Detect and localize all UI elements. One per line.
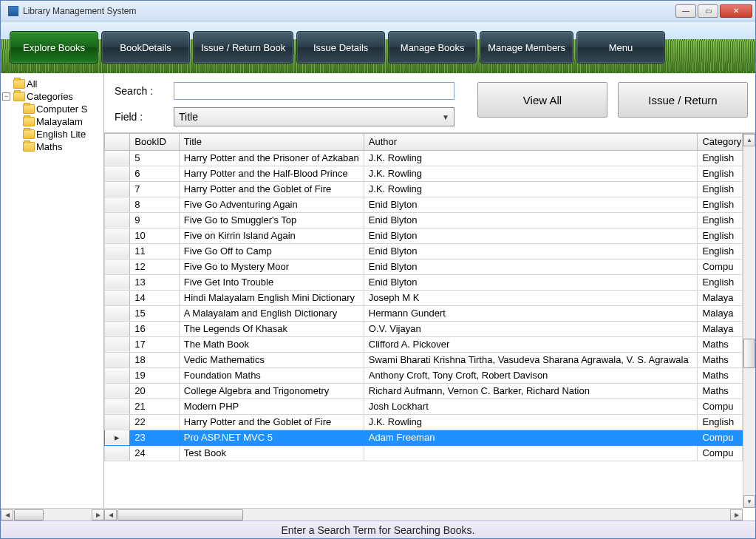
search-panel: Search : Field : Title ▼ View All Issue … <box>104 73 755 133</box>
scroll-thumb[interactable] <box>743 339 755 368</box>
table-row[interactable]: 18Vedic MathematicsSwami Bharati Krishna… <box>105 352 743 367</box>
cell-title: Five Go Off to Camp <box>179 243 364 259</box>
cell-bookid: 6 <box>130 166 180 181</box>
scroll-right-icon[interactable]: ▶ <box>730 509 743 521</box>
collapse-icon[interactable]: – <box>2 92 10 101</box>
cell-bookid: 18 <box>130 352 180 367</box>
cell-title: A Malayalam and English Dictionary <box>179 305 364 321</box>
tree-item[interactable]: English Lite <box>2 128 102 140</box>
cell-category: Maths <box>698 367 743 383</box>
table-row[interactable]: 19Foundation MathsAnthony Croft, Tony Cr… <box>105 367 743 383</box>
tree-item[interactable]: Malayalam <box>2 115 102 128</box>
scroll-right-icon[interactable]: ▶ <box>92 509 104 521</box>
cell-bookid: 14 <box>130 290 180 305</box>
row-header-column <box>105 134 130 150</box>
app-icon <box>8 6 18 16</box>
cell-author: Enid Blyton <box>364 212 698 228</box>
table-row[interactable]: 24Test BookCompu <box>105 445 743 461</box>
tree-item[interactable]: Maths <box>2 140 102 153</box>
cell-title: The Math Book <box>179 336 364 352</box>
nav-menu[interactable]: Menu <box>576 31 665 64</box>
cell-author: Enid Blyton <box>364 274 698 290</box>
cell-category: Compu <box>698 399 743 414</box>
cell-bookid: 16 <box>130 321 180 336</box>
status-bar: Enter a Search Term for Searching Books. <box>1 521 755 538</box>
cell-title: Vedic Mathematics <box>179 352 364 367</box>
cell-category: Compu <box>698 430 743 445</box>
tree-item-categories[interactable]: – Categories <box>2 90 102 103</box>
table-row[interactable]: 16The Legends Of KhasakO.V. VijayanMalay… <box>105 321 743 336</box>
cell-bookid: 15 <box>130 305 180 321</box>
tree-item[interactable]: Computer S <box>2 103 102 115</box>
nav-manage-books[interactable]: Manage Books <box>388 31 477 64</box>
cell-category: English <box>698 197 743 212</box>
cell-author: Enid Blyton <box>364 197 698 212</box>
cell-author: Richard Aufmann, Vernon C. Barker, Richa… <box>364 383 698 399</box>
row-header <box>105 197 130 212</box>
search-input[interactable] <box>174 82 454 100</box>
field-label: Field : <box>115 111 174 123</box>
scroll-left-icon[interactable]: ◀ <box>1 509 13 521</box>
status-text: Enter a Search Term for Searching Books. <box>282 524 475 536</box>
folder-icon <box>23 129 35 139</box>
nav-issue-return-book[interactable]: Issue / Return Book <box>193 31 293 64</box>
nav-manage-members[interactable]: Manage Members <box>480 31 573 64</box>
table-row[interactable]: 11Five Go Off to CampEnid BlytonEnglish <box>105 243 743 259</box>
row-header <box>105 352 130 367</box>
cell-category: Maths <box>698 383 743 399</box>
cell-bookid: 13 <box>130 274 180 290</box>
close-button[interactable]: ✕ <box>720 4 752 18</box>
cell-bookid: 9 <box>130 212 180 228</box>
row-header <box>105 321 130 336</box>
table-row[interactable]: 7Harry Potter and the Goblet of FireJ.K.… <box>105 181 743 197</box>
column-header[interactable]: Category <box>698 134 743 150</box>
row-header <box>105 228 130 243</box>
table-row[interactable]: 20College Algebra and TrigonometryRichar… <box>105 383 743 399</box>
table-row[interactable]: 12Five Go to Mystery MoorEnid BlytonComp… <box>105 259 743 274</box>
scroll-up-icon[interactable]: ▲ <box>743 134 755 146</box>
cell-title: Harry Potter and the Prisoner of Azkaban <box>179 150 364 166</box>
nav-issue-details[interactable]: Issue Details <box>296 31 385 64</box>
scroll-thumb[interactable] <box>14 509 44 521</box>
cell-bookid: 24 <box>130 445 180 461</box>
nav-bookdetails[interactable]: BookDetails <box>101 31 190 64</box>
table-row[interactable]: 8Five Go Adventuring AgainEnid BlytonEng… <box>105 197 743 212</box>
table-row[interactable]: 10Five on Kirrin Island AgainEnid Blyton… <box>105 228 743 243</box>
scroll-left-icon[interactable]: ◀ <box>104 509 117 521</box>
grid-hscrollbar[interactable]: ◀ ▶ <box>104 508 743 521</box>
table-row[interactable]: 21Modern PHPJosh LockhartCompu <box>105 399 743 414</box>
grid-vscrollbar[interactable]: ▲ ▼ <box>743 134 755 508</box>
minimize-button[interactable]: — <box>675 4 696 18</box>
sidebar-hscrollbar[interactable]: ◀ ▶ <box>1 508 104 521</box>
scroll-thumb[interactable] <box>118 509 243 521</box>
table-row[interactable]: 15A Malayalam and English DictionaryHerm… <box>105 305 743 321</box>
table-row[interactable]: 6Harry Potter and the Half-Blood PrinceJ… <box>105 166 743 181</box>
table-row[interactable]: 9Five Go to Smuggler's TopEnid BlytonEng… <box>105 212 743 228</box>
nav-explore-books[interactable]: Explore Books <box>10 31 98 64</box>
table-row[interactable]: 13Five Get Into TroubleEnid BlytonEnglis… <box>105 274 743 290</box>
cell-author: J.K. Rowling <box>364 414 698 430</box>
scroll-down-icon[interactable]: ▼ <box>743 495 755 508</box>
column-header[interactable]: BookID <box>130 134 180 150</box>
maximize-button[interactable]: ▭ <box>698 4 718 18</box>
tree-item-all[interactable]: All <box>2 78 102 90</box>
table-row[interactable]: ▸23Pro ASP.NET MVC 5Adam FreemanCompu <box>105 430 743 445</box>
column-header[interactable]: Title <box>179 134 364 150</box>
cell-author <box>364 445 698 461</box>
row-header <box>105 150 130 166</box>
field-combobox[interactable]: Title ▼ <box>174 107 454 126</box>
issue-return-button[interactable]: Issue / Return <box>618 82 748 118</box>
table-row[interactable]: 22Harry Potter and the Goblet of FireJ.K… <box>105 414 743 430</box>
table-row[interactable]: 14Hindi Malayalam English Mini Dictionar… <box>105 290 743 305</box>
cell-category: English <box>698 243 743 259</box>
view-all-button[interactable]: View All <box>477 82 607 118</box>
cell-author: J.K. Rowling <box>364 181 698 197</box>
table-row[interactable]: 5Harry Potter and the Prisoner of Azkaba… <box>105 150 743 166</box>
cell-title: Five on Kirrin Island Again <box>179 228 364 243</box>
table-row[interactable]: 17The Math BookClifford A. PickoverMaths <box>105 336 743 352</box>
books-grid: BookID Title Author Category 5Harry Pott… <box>104 133 755 521</box>
folder-icon <box>13 79 25 89</box>
folder-icon <box>23 142 35 152</box>
cell-author: Hermann Gundert <box>364 305 698 321</box>
column-header[interactable]: Author <box>364 134 698 150</box>
